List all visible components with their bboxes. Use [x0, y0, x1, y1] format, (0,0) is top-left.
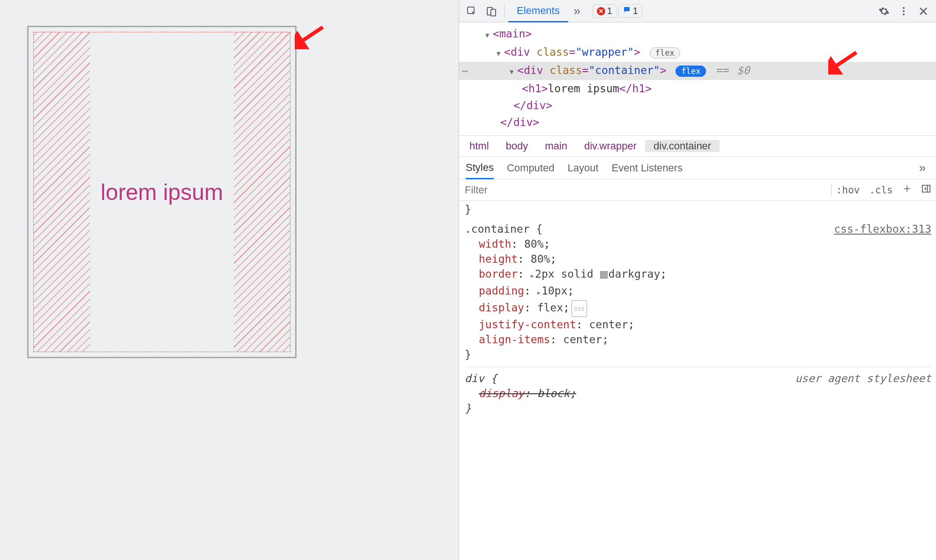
message-icon — [623, 6, 631, 16]
crumb-container[interactable]: div.container — [645, 140, 720, 152]
subtab-layout[interactable]: Layout — [567, 162, 598, 174]
rule-container[interactable]: css-flexbox:313 .container { width: 80%;… — [465, 218, 931, 367]
rule-source-ua: user agent stylesheet — [795, 371, 931, 386]
dom-node-main[interactable]: ▼<main> — [459, 25, 936, 44]
subtab-computed[interactable]: Computed — [507, 162, 555, 174]
subtab-styles[interactable]: Styles — [466, 157, 494, 179]
flex-overlay: lorem ipsum — [33, 32, 290, 352]
close-devtools-icon[interactable] — [914, 2, 932, 20]
crumb-main[interactable]: main — [536, 140, 576, 152]
selection-eq: == — [716, 64, 729, 76]
tab-elements[interactable]: Elements — [508, 0, 568, 22]
crumb-body[interactable]: body — [498, 140, 537, 152]
dom-node-container[interactable]: ▼<div class="container"> flex == $0 — [459, 62, 936, 80]
messages-count: 1 — [633, 6, 638, 16]
devtools-toolbar: Elements » ✕ 1 1 — [459, 0, 936, 22]
errors-count: 1 — [607, 6, 612, 16]
preview-container-box: lorem ipsum — [27, 26, 297, 358]
dom-node-h1[interactable]: <h1>lorem ipsum</h1> — [459, 80, 936, 97]
annotation-arrow-preview — [295, 23, 327, 49]
annotation-arrow-devtools — [828, 49, 861, 74]
subtabs-overflow-icon[interactable]: » — [915, 161, 929, 175]
hov-toggle[interactable]: :hov — [832, 184, 865, 196]
errors-badge[interactable]: ✕ 1 — [593, 4, 617, 18]
rule-user-agent[interactable]: user agent stylesheet div { display: blo… — [465, 367, 931, 420]
selection-dollar: $0 — [737, 64, 750, 76]
tabs-overflow-icon[interactable]: » — [570, 4, 584, 18]
svg-line-0 — [300, 27, 323, 42]
flex-badge-wrapper[interactable]: flex — [650, 47, 680, 59]
svg-line-7 — [834, 52, 856, 67]
rule-source-link[interactable]: css-flexbox:313 — [834, 221, 931, 236]
flex-gap-right — [234, 32, 290, 352]
flex-gap-left — [34, 32, 90, 352]
styles-filter-row: :hov .cls — [459, 179, 936, 201]
svg-point-6 — [903, 14, 905, 15]
inspect-icon[interactable] — [463, 2, 481, 20]
subtab-event[interactable]: Event Listeners — [612, 162, 683, 174]
settings-icon[interactable] — [875, 2, 893, 20]
messages-badge[interactable]: 1 — [618, 4, 642, 18]
svg-point-5 — [903, 10, 905, 12]
styles-sidebar-toggle-icon[interactable] — [916, 184, 936, 196]
crumb-wrapper[interactable]: div.wrapper — [576, 140, 645, 152]
dom-breadcrumb: html body main div.wrapper div.container — [459, 135, 936, 157]
toolbar-divider — [504, 4, 505, 17]
styles-filter-input[interactable] — [459, 184, 831, 196]
error-dot-icon: ✕ — [597, 7, 605, 15]
svg-point-4 — [903, 7, 905, 9]
dom-node-wrapper[interactable]: ▼<div class="wrapper"> flex — [459, 44, 936, 62]
style-rules-pane: } css-flexbox:313 .container { width: 80… — [459, 201, 936, 560]
dom-close-container[interactable]: </div> — [459, 97, 936, 114]
rendered-page-preview: lorem ipsum — [0, 0, 459, 560]
new-rule-button[interactable] — [898, 184, 916, 196]
dom-tree[interactable]: ▼<main> ▼<div class="wrapper"> flex ▼<di… — [459, 22, 936, 135]
device-toggle-icon[interactable] — [483, 2, 500, 20]
preview-heading: lorem ipsum — [101, 179, 223, 205]
svg-rect-3 — [491, 9, 496, 16]
devtools-panel: Elements » ✕ 1 1 ▼<main> ▼<div — [459, 0, 936, 560]
cls-toggle[interactable]: .cls — [864, 184, 898, 196]
kebab-menu-icon[interactable] — [895, 2, 913, 20]
flex-editor-icon[interactable]: ▯▯▯ — [572, 300, 587, 317]
styles-subtabs: Styles Computed Layout Event Listeners » — [459, 157, 936, 179]
crumb-html[interactable]: html — [461, 140, 498, 152]
color-swatch-icon[interactable] — [600, 271, 608, 279]
dom-close-wrapper[interactable]: </div> — [459, 114, 936, 131]
flex-badge-container[interactable]: flex — [676, 66, 706, 77]
